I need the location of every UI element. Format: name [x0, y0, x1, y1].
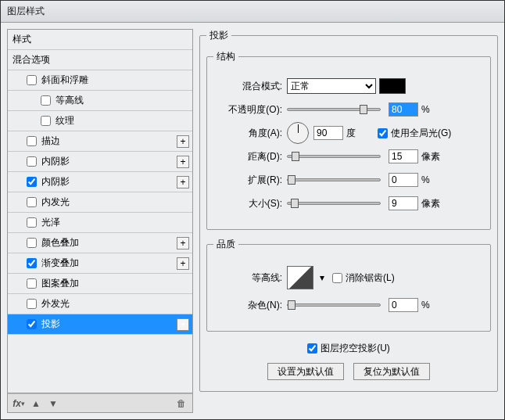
style-item-label: 光泽 — [41, 216, 60, 229]
style-item-checkbox[interactable] — [27, 217, 37, 228]
main-fieldset: 投影 结构 混合模式: 正常 不透明度(O): % — [199, 29, 498, 392]
style-item-checkbox[interactable] — [27, 156, 37, 167]
move-down-icon[interactable]: ▼ — [47, 397, 59, 410]
style-item[interactable]: 纹理 — [8, 111, 192, 131]
spread-input[interactable] — [389, 173, 418, 187]
style-item[interactable]: 颜色叠加+ — [8, 233, 192, 253]
style-list-panel: 样式 混合选项 斜面和浮雕等高线纹理描边+内阴影+内阴影+内发光光泽颜色叠加+渐… — [7, 29, 193, 413]
style-item-label: 图案叠加 — [41, 277, 79, 290]
styles-header[interactable]: 样式 — [8, 30, 192, 50]
style-item-label: 外发光 — [41, 297, 70, 311]
size-label: 大小(S): — [213, 197, 282, 210]
global-light-checkbox[interactable] — [378, 128, 388, 138]
reset-default-button[interactable]: 复位为默认值 — [353, 363, 430, 380]
shadow-color-swatch[interactable] — [379, 78, 406, 94]
style-item-label: 内阴影 — [41, 155, 70, 168]
style-item[interactable]: 内阴影+ — [8, 152, 192, 172]
contour-label: 等高线: — [213, 271, 282, 285]
size-slider[interactable] — [287, 202, 381, 205]
opacity-slider[interactable] — [287, 108, 381, 111]
size-unit: 像素 — [421, 197, 445, 210]
distance-unit: 像素 — [421, 150, 445, 163]
noise-label: 杂色(N): — [213, 299, 282, 312]
move-up-icon[interactable]: ▲ — [30, 397, 42, 410]
style-item-label: 内阴影 — [41, 175, 70, 188]
style-item-label: 纹理 — [56, 114, 74, 127]
style-item-checkbox[interactable] — [27, 278, 37, 289]
spread-slider[interactable] — [287, 178, 381, 181]
global-light-label: 使用全局光(G) — [391, 127, 451, 140]
noise-slider[interactable] — [287, 303, 381, 307]
style-item-checkbox[interactable] — [27, 136, 37, 146]
style-item-label: 斜面和浮雕 — [41, 74, 88, 87]
noise-input[interactable] — [389, 298, 418, 312]
blend-options-label: 混合选项 — [13, 53, 50, 66]
fx-icon[interactable]: fx▾ — [13, 397, 25, 410]
noise-unit: % — [421, 300, 445, 311]
style-item[interactable]: 内发光 — [8, 192, 192, 213]
style-item[interactable]: 外发光 — [8, 294, 192, 314]
style-item-label: 内发光 — [41, 196, 70, 209]
style-item-checkbox[interactable] — [27, 75, 37, 85]
quality-legend: 品质 — [213, 238, 238, 251]
chevron-down-icon[interactable]: ▾ — [320, 272, 324, 283]
knockout-label: 图层挖空投影(U) — [321, 342, 390, 355]
knockout-checkbox[interactable] — [307, 343, 317, 354]
structure-legend: 结构 — [213, 50, 238, 63]
style-item[interactable]: 描边+ — [8, 131, 192, 152]
style-item-checkbox[interactable] — [41, 95, 51, 106]
add-effect-icon[interactable]: + — [177, 135, 189, 148]
set-default-button[interactable]: 设置为默认值 — [267, 363, 344, 380]
spread-label: 扩展(R): — [213, 174, 282, 187]
style-item[interactable]: 渐变叠加+ — [8, 253, 192, 274]
style-item-checkbox[interactable] — [27, 177, 37, 187]
anti-alias-label: 消除锯齿(L) — [346, 271, 395, 285]
style-item-label: 颜色叠加 — [41, 236, 79, 249]
quality-fieldset: 品质 等高线: ▾ 消除锯齿(L) 杂色(N): — [206, 238, 491, 332]
style-item[interactable]: 等高线 — [8, 91, 192, 111]
window-title: 图层样式 — [7, 5, 45, 18]
spread-unit: % — [421, 174, 445, 185]
trash-icon[interactable]: 🗑 — [175, 397, 188, 410]
angle-dial[interactable] — [287, 122, 309, 144]
style-item-checkbox[interactable] — [27, 197, 37, 207]
style-item[interactable]: 内阴影+ — [8, 172, 192, 192]
structure-fieldset: 结构 混合模式: 正常 不透明度(O): % — [206, 50, 491, 230]
opacity-label: 不透明度(O): — [213, 103, 282, 117]
add-effect-icon[interactable]: + — [177, 318, 189, 331]
opacity-input[interactable] — [389, 102, 418, 117]
angle-input[interactable] — [313, 126, 343, 140]
style-item-label: 描边 — [41, 135, 60, 148]
add-effect-icon[interactable]: + — [177, 176, 189, 188]
add-effect-icon[interactable]: + — [177, 156, 189, 168]
add-effect-icon[interactable]: + — [177, 257, 189, 270]
distance-slider[interactable] — [287, 155, 381, 158]
size-input[interactable] — [389, 196, 418, 210]
style-item-checkbox[interactable] — [27, 299, 37, 309]
style-item-checkbox[interactable] — [27, 238, 37, 248]
style-item-label: 等高线 — [56, 94, 84, 107]
style-item-label: 渐变叠加 — [41, 257, 79, 270]
distance-input[interactable] — [389, 149, 418, 163]
style-list-footer: fx▾ ▲ ▼ 🗑 — [8, 393, 192, 412]
style-list: 样式 混合选项 斜面和浮雕等高线纹理描边+内阴影+内阴影+内发光光泽颜色叠加+渐… — [8, 30, 192, 393]
blend-options-header[interactable]: 混合选项 — [8, 50, 192, 70]
style-item-checkbox[interactable] — [27, 319, 37, 329]
style-item[interactable]: 图案叠加 — [8, 274, 192, 294]
effect-settings-panel: 投影 结构 混合模式: 正常 不透明度(O): % — [199, 29, 498, 413]
panel-title: 投影 — [206, 29, 231, 42]
contour-picker[interactable] — [287, 266, 313, 289]
add-effect-icon[interactable]: + — [177, 237, 189, 249]
style-item[interactable]: 光泽 — [8, 213, 192, 233]
window-titlebar: 图层样式 — [1, 1, 504, 23]
style-item[interactable]: 斜面和浮雕 — [8, 70, 192, 91]
style-item-label: 投影 — [41, 318, 60, 331]
blend-mode-label: 混合模式: — [213, 80, 282, 93]
blend-mode-select[interactable]: 正常 — [287, 78, 376, 94]
distance-label: 距离(D): — [213, 150, 282, 163]
style-item[interactable]: 投影+ — [8, 314, 192, 335]
anti-alias-checkbox[interactable] — [332, 273, 342, 283]
style-item-checkbox[interactable] — [41, 116, 51, 126]
style-item-checkbox[interactable] — [27, 258, 37, 268]
angle-label: 角度(A): — [213, 127, 282, 140]
